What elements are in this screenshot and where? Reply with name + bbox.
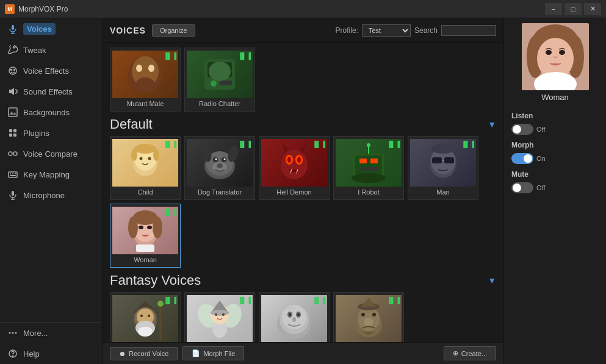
sidebar-item-voice-compare-label: Voice Compare [23,149,78,159]
maximize-button[interactable]: □ [565,3,582,15]
svg-point-36 [209,62,231,81]
main-container: Voices Tweak Voice Effects [0,18,606,364]
right-panel-avatar [522,23,589,90]
svg-point-59 [287,157,291,163]
sidebar-item-more[interactable]: More... [0,323,102,343]
fantasy-voices-grid: ▐▌▐ [110,292,496,342]
voice-card-man[interactable]: ▐▌▐ [408,136,478,200]
morph-toggle-knob [524,154,532,163]
sidebar-item-plugins[interactable]: Plugins [0,123,102,143]
mute-control-row: Mute [504,168,606,181]
right-panel: Woman Listen Off Morph On Mute Off [503,18,606,364]
svg-point-117 [364,318,373,326]
sidebar-item-voice-effects[interactable]: Voice Effects [0,60,102,81]
sidebar-item-tweak-label: Tweak [23,46,46,55]
signal-icon-giant: ▐▌▐ [312,297,325,304]
svg-point-40 [148,157,151,160]
minimize-button[interactable]: − [545,3,562,15]
svg-point-43 [153,149,159,161]
voice-avatar-man: ▐▌▐ [410,139,476,187]
voice-card-hell-demon-label: Hell Demon [275,187,312,197]
recent-voices-grid: ▐▌▐ Mutant Male ▐▌▐ [110,48,496,112]
sidebar-item-tweak[interactable]: Tweak [0,40,102,60]
svg-rect-88 [136,244,154,252]
svg-rect-0 [12,25,14,30]
svg-point-26 [12,355,13,357]
svg-rect-10 [9,134,12,137]
sidebar-bottom: More... Help [0,322,102,364]
morph-file-button[interactable]: 📄 Morph File [182,346,244,360]
section-collapse-default[interactable]: ▼ [488,120,496,129]
voice-card-dog-translator[interactable]: ▐▌▐ [184,136,255,200]
section-header-default: Default ▼ [110,116,496,132]
sidebar-item-backgrounds[interactable]: Backgrounds [0,102,102,123]
svg-point-86 [139,226,143,229]
sidebar-item-voices[interactable]: Voices [0,18,102,40]
voice-avatar-mutant-male: ▐▌▐ [112,51,178,98]
plugin-icon [7,127,18,138]
profile-area: Profile: Test Search [336,24,496,37]
voice-card-nasty-gnome[interactable]: ▐▌▐ [333,292,404,342]
listen-label: Listen [511,112,533,120]
sidebar-item-key-mapping[interactable]: Key Mapping [0,164,102,185]
svg-rect-78 [444,157,454,163]
profile-label: Profile: [336,26,358,35]
signal-icon-man: ▐▌▐ [461,141,474,148]
sidebar-item-backgrounds-label: Backgrounds [23,108,70,117]
svg-rect-8 [9,129,12,132]
voice-card-radio-chatter-label: Radio Chatter [198,98,242,109]
organize-button[interactable]: Organize [152,24,195,37]
svg-point-113 [297,313,300,316]
voice-card-female-pixie[interactable]: ▐▌▐ [184,292,255,342]
voice-avatar-female-pixie: ▐▌▐ [187,295,253,342]
create-button[interactable]: ⊕ Create... [444,346,496,360]
morph-file-icon: 📄 [192,349,200,357]
morph-toggle[interactable] [511,153,533,164]
svg-point-105 [215,313,217,316]
voice-avatar-giant: ▐▌▐ [261,295,327,342]
mute-toggle-knob [513,184,521,192]
voice-card-dwarf[interactable]: ▐▌▐ [110,292,181,342]
listen-toggle[interactable] [511,124,533,135]
sidebar-item-sound-effects[interactable]: Sound Effects [0,81,102,102]
voice-card-mutant-male[interactable]: ▐▌▐ Mutant Male [110,48,181,112]
voice-card-child[interactable]: ▐▌▐ [110,136,181,200]
compare-icon [7,148,18,159]
voice-card-radio-chatter[interactable]: ▐▌▐ Radio Chatter [184,48,255,112]
svg-point-119 [372,313,376,316]
svg-point-51 [224,159,226,160]
sidebar-item-voice-compare[interactable]: Voice Compare [0,143,102,164]
voices-scroll[interactable]: ▐▌▐ Mutant Male ▐▌▐ [103,43,503,342]
sidebar-item-help-label: Help [23,349,40,359]
voice-card-i-robot[interactable]: ▐▌▐ [333,136,404,200]
record-voice-button[interactable]: ⏺ Record Voice [110,347,178,360]
svg-point-22 [9,332,11,334]
svg-marker-56 [299,143,306,152]
svg-point-94 [138,327,153,337]
svg-point-98 [157,301,164,307]
voice-card-giant[interactable]: ▐▌▐ [259,292,330,342]
signal-icon-pixie: ▐▌▐ [238,297,251,304]
close-button[interactable]: ✕ [584,3,601,15]
voice-card-i-robot-label: I Robot [356,187,380,197]
svg-point-127 [546,50,552,55]
voice-avatar-i-robot: ▐▌▐ [336,139,402,187]
search-input[interactable] [441,25,496,36]
voice-card-hell-demon[interactable]: ▐▌▐ [259,136,330,200]
signal-icon-child: ▐▌▐ [164,141,176,148]
morph-toggle-text: On [536,155,546,162]
svg-point-85 [153,216,162,238]
mute-toggle-text: Off [536,184,545,191]
listen-toggle-container: Off [504,123,606,138]
svg-point-68 [367,143,370,147]
section-collapse-fantasy[interactable]: ▼ [488,276,496,285]
profile-select[interactable]: Test [362,24,411,37]
mute-toggle[interactable] [511,182,533,193]
record-icon: ⏺ [119,350,126,357]
titlebar: M MorphVOX Pro − □ ✕ [0,0,606,18]
sidebar-item-microphone[interactable]: Microphone [0,185,102,205]
svg-rect-66 [370,159,378,163]
section-header-fantasy: Fantasy Voices ▼ [110,273,496,288]
voice-card-woman[interactable]: ▐▌▐ [110,204,181,268]
sidebar-item-help[interactable]: Help [0,343,102,364]
